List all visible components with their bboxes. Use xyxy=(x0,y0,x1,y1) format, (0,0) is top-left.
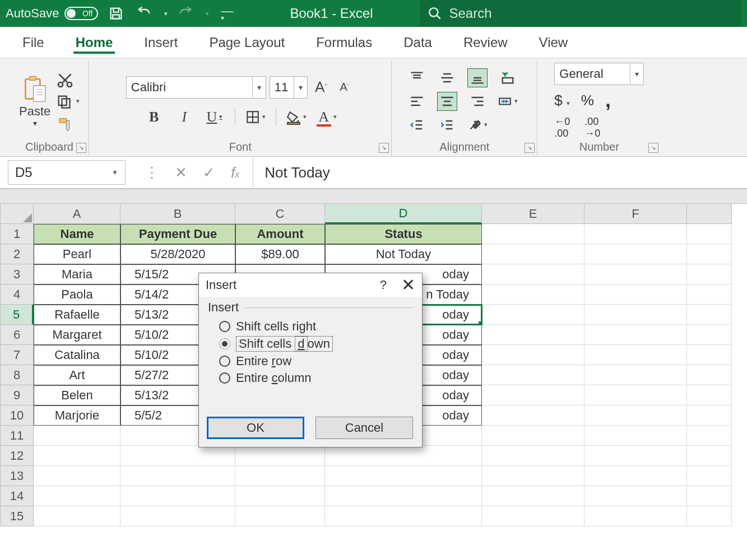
cell[interactable] xyxy=(687,264,732,284)
align-middle-icon[interactable] xyxy=(437,68,457,87)
row-header[interactable]: 9 xyxy=(0,385,34,405)
cell[interactable] xyxy=(482,284,584,305)
increase-indent-icon[interactable] xyxy=(437,115,457,134)
decrease-indent-icon[interactable] xyxy=(407,115,427,134)
tab-review[interactable]: Review xyxy=(461,31,510,54)
orientation-icon[interactable]: ab▾ xyxy=(467,115,488,134)
cell[interactable] xyxy=(584,284,687,305)
table-header[interactable]: Name xyxy=(34,224,120,244)
cell[interactable]: Pearl xyxy=(34,244,120,264)
radio-entire-column[interactable]: Entire column xyxy=(219,371,402,385)
cell[interactable]: 5/28/2020 xyxy=(120,244,235,264)
tab-view[interactable]: View xyxy=(537,31,570,54)
decrease-decimal-icon[interactable]: .00→0 xyxy=(584,116,600,139)
cell[interactable] xyxy=(482,325,584,345)
column-header[interactable]: E xyxy=(482,204,584,224)
borders-button[interactable]: ▾ xyxy=(245,108,266,127)
cell[interactable]: Paola xyxy=(34,284,120,305)
cell[interactable] xyxy=(34,486,120,506)
cell[interactable] xyxy=(34,426,120,446)
save-icon[interactable] xyxy=(106,3,126,24)
chevron-down-icon[interactable]: ▾ xyxy=(206,10,209,17)
tab-insert[interactable]: Insert xyxy=(142,31,180,54)
cell[interactable] xyxy=(687,385,732,405)
cell[interactable] xyxy=(584,264,687,284)
cell[interactable] xyxy=(325,486,482,506)
cell[interactable]: Marjorie xyxy=(34,405,120,426)
increase-font-icon[interactable]: Aˆ xyxy=(311,78,331,97)
undo-button[interactable] xyxy=(134,3,154,24)
cell[interactable] xyxy=(482,385,584,405)
radio-entire-row[interactable]: Entire row xyxy=(219,354,402,368)
tab-file[interactable]: File xyxy=(20,31,47,54)
column-header[interactable] xyxy=(687,204,732,224)
cell[interactable] xyxy=(482,405,584,426)
close-icon[interactable]: ✕ xyxy=(401,277,415,293)
cell[interactable] xyxy=(687,305,732,325)
row-header[interactable]: 8 xyxy=(0,365,34,385)
cell[interactable] xyxy=(325,446,482,466)
cell[interactable] xyxy=(687,506,732,526)
number-format-combo[interactable]: General▾ xyxy=(554,63,644,85)
cancel-formula-icon[interactable]: ✕ xyxy=(175,164,187,181)
cell[interactable] xyxy=(687,224,732,244)
customize-qat-button[interactable]: —▾ xyxy=(217,3,237,24)
tab-page-layout[interactable]: Page Layout xyxy=(207,31,287,54)
cell[interactable] xyxy=(482,426,584,446)
align-center-icon[interactable] xyxy=(437,92,457,111)
row-header[interactable]: 15 xyxy=(0,506,34,526)
dialog-launcher-icon[interactable]: ↘ xyxy=(76,143,86,153)
row-header[interactable]: 11 xyxy=(0,426,34,446)
cell[interactable] xyxy=(482,466,584,486)
row-header[interactable]: 13 xyxy=(0,466,34,486)
align-bottom-icon[interactable] xyxy=(467,68,488,87)
tab-data[interactable]: Data xyxy=(401,31,434,54)
formula-input[interactable]: Not Today xyxy=(253,157,747,188)
more-icon[interactable]: ⋮ xyxy=(145,164,159,181)
cell[interactable]: Not Today xyxy=(325,244,482,264)
font-name-combo[interactable]: Calibri▾ xyxy=(126,76,266,99)
align-top-icon[interactable] xyxy=(407,68,427,87)
autosave-toggle[interactable]: AutoSave Off xyxy=(6,6,98,21)
bold-button[interactable]: B xyxy=(144,108,164,127)
comma-button[interactable]: , xyxy=(605,96,611,104)
cell[interactable] xyxy=(34,446,120,466)
fill-color-button[interactable]: ▾ xyxy=(286,108,307,127)
row-header[interactable]: 6 xyxy=(0,325,34,345)
search-input[interactable]: Search xyxy=(420,0,741,27)
currency-button[interactable]: $ ▾ xyxy=(554,92,570,109)
column-header[interactable]: B xyxy=(120,204,235,224)
percent-button[interactable]: % xyxy=(581,92,594,109)
radio-shift-down[interactable]: Shift cells down xyxy=(219,336,402,352)
cell[interactable] xyxy=(584,486,687,506)
cell[interactable] xyxy=(482,264,584,284)
row-header[interactable]: 2 xyxy=(0,244,34,264)
column-header[interactable]: F xyxy=(584,204,687,224)
cut-icon[interactable] xyxy=(56,71,74,89)
cell[interactable] xyxy=(482,305,584,325)
radio-shift-right[interactable]: Shift cells right xyxy=(219,319,402,334)
help-button[interactable]: ? xyxy=(380,278,387,292)
cell[interactable] xyxy=(584,365,687,385)
table-header[interactable]: Status xyxy=(325,224,482,244)
cell[interactable] xyxy=(687,244,732,264)
cell[interactable] xyxy=(120,466,235,486)
cell[interactable] xyxy=(687,486,732,506)
cell[interactable] xyxy=(482,244,584,264)
cell[interactable] xyxy=(687,446,732,466)
merge-center-icon[interactable]: ▾ xyxy=(498,92,518,111)
cell[interactable] xyxy=(482,224,584,244)
underline-button[interactable]: U▾ xyxy=(205,108,225,127)
cell[interactable] xyxy=(482,486,584,506)
cell[interactable] xyxy=(687,325,732,345)
format-painter-icon[interactable] xyxy=(56,114,74,132)
cell[interactable] xyxy=(584,345,687,365)
align-right-icon[interactable] xyxy=(467,92,488,111)
table-header[interactable]: Payment Due xyxy=(120,224,235,244)
enter-formula-icon[interactable]: ✓ xyxy=(203,164,215,181)
cell[interactable] xyxy=(584,325,687,345)
dialog-launcher-icon[interactable]: ↘ xyxy=(525,143,535,153)
column-header[interactable]: C xyxy=(235,204,325,224)
cell[interactable] xyxy=(584,244,687,264)
cell[interactable] xyxy=(584,506,687,526)
